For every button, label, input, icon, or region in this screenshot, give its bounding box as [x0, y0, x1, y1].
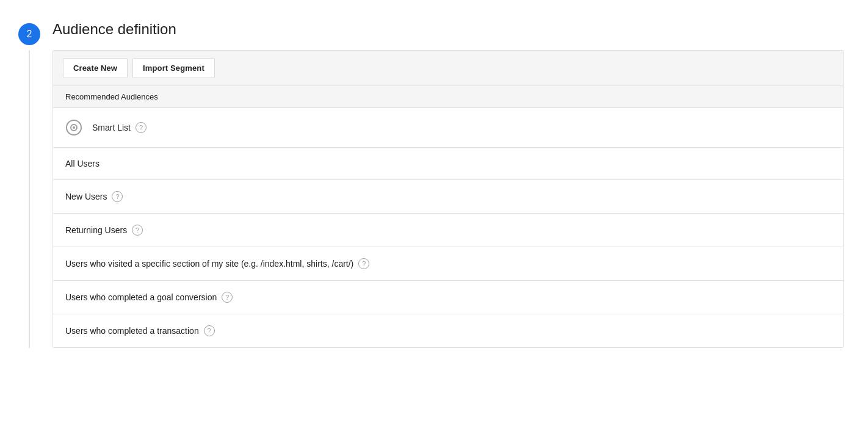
- audience-panel: Create New Import Segment Recommended Au…: [52, 50, 844, 348]
- users-goal-label: Users who completed a goal conversion: [65, 292, 217, 302]
- returning-users-label: Returning Users: [65, 225, 127, 235]
- list-item-new-users[interactable]: New Users ?: [53, 180, 843, 214]
- list-item-users-transaction[interactable]: Users who completed a transaction ?: [53, 314, 843, 347]
- recommended-header: Recommended Audiences: [53, 86, 843, 108]
- users-visited-help-icon[interactable]: ?: [358, 258, 369, 269]
- import-segment-tab[interactable]: Import Segment: [132, 58, 215, 78]
- smart-list-help-icon[interactable]: ?: [136, 122, 146, 133]
- returning-users-help-icon[interactable]: ?: [132, 225, 143, 236]
- list-item-users-visited[interactable]: Users who visited a specific section of …: [53, 247, 843, 281]
- page-container: 2 Audience definition Create New Import …: [0, 12, 868, 354]
- new-users-label: New Users: [65, 192, 107, 201]
- new-users-help-icon[interactable]: ?: [112, 191, 123, 202]
- users-visited-label: Users who visited a specific section of …: [65, 259, 353, 269]
- create-new-tab[interactable]: Create New: [63, 58, 128, 78]
- svg-point-2: [73, 126, 75, 129]
- smart-list-icon: [65, 119, 82, 136]
- step-number: 2: [18, 23, 40, 45]
- all-users-label: All Users: [65, 159, 99, 168]
- main-content: Audience definition Create New Import Se…: [52, 18, 868, 348]
- tabs-row: Create New Import Segment: [53, 51, 843, 86]
- page-title: Audience definition: [52, 18, 844, 38]
- step-line: [29, 50, 30, 348]
- users-goal-help-icon[interactable]: ?: [222, 292, 233, 303]
- step-indicator: 2: [0, 18, 52, 348]
- list-item-smart-list[interactable]: Smart List ?: [53, 108, 843, 148]
- users-transaction-label: Users who completed a transaction: [65, 326, 199, 336]
- list-item-all-users[interactable]: All Users: [53, 148, 843, 180]
- users-transaction-help-icon[interactable]: ?: [204, 325, 215, 336]
- smart-list-label: Smart List: [92, 123, 131, 132]
- list-item-returning-users[interactable]: Returning Users ?: [53, 214, 843, 247]
- list-item-users-goal[interactable]: Users who completed a goal conversion ?: [53, 281, 843, 314]
